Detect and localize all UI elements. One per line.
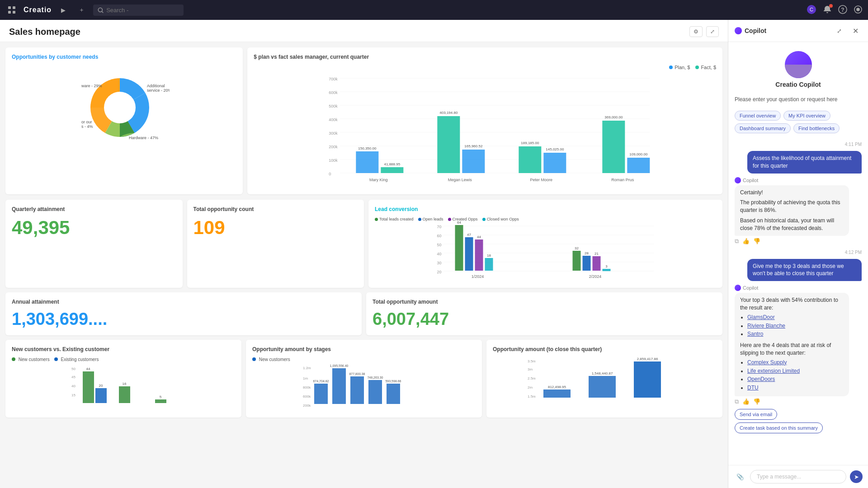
svg-text:700k: 700k xyxy=(329,77,338,81)
user-msg-1-time: 4:11 PM xyxy=(735,141,862,147)
deal-complex-supply[interactable]: Complex Supply xyxy=(747,359,787,366)
thumbs-down-btn-2[interactable]: 👎 xyxy=(753,398,760,405)
send-message-button[interactable]: ➤ xyxy=(850,470,863,483)
settings-ctrl-button[interactable]: ⚙ xyxy=(689,26,703,37)
copy-btn-1[interactable]: ⧉ xyxy=(735,238,739,245)
svg-text:Peter Moore: Peter Moore xyxy=(530,178,553,182)
bot-msg-1-body2: Based on historical data, your team will… xyxy=(740,217,844,232)
opps-by-needs-card: Opportunities by customer needs xyxy=(5,47,243,194)
svg-text:?: ? xyxy=(841,7,844,13)
svg-text:145,025.00: 145,025.00 xyxy=(546,147,565,151)
new-vs-existing-title: New customers vs. Existing customer xyxy=(12,346,235,352)
suggestion-chips: Funnel overview My KPI overview Dashboar… xyxy=(735,111,862,133)
add-button[interactable]: ＋ xyxy=(75,4,88,16)
opp-by-stages-card: Opportunity amount by stages New custome… xyxy=(246,340,482,418)
svg-text:1/2024: 1/2024 xyxy=(472,274,484,279)
deal-glamsdoor[interactable]: GlamsDoor xyxy=(747,314,775,320)
svg-text:45: 45 xyxy=(71,375,75,379)
svg-rect-51 xyxy=(627,158,650,173)
deal-riviere-blanche[interactable]: Riviere Blanche xyxy=(747,323,785,329)
svg-rect-66 xyxy=(455,225,463,271)
notification-dot xyxy=(829,4,833,8)
lead-conversion-legend: Total leads created Open leads Created O… xyxy=(375,217,716,221)
user-bubble-1: Assess the likelihood of quota attainmen… xyxy=(747,151,862,174)
svg-rect-75 xyxy=(573,251,581,271)
top-deals-list: GlamsDoor Riviere Blanche Santro xyxy=(740,314,844,338)
copilot-icon-sm-2 xyxy=(735,285,741,291)
svg-text:Hardware - 47%: Hardware - 47% xyxy=(129,136,158,140)
svg-text:1,095,556.40: 1,095,556.40 xyxy=(330,364,349,367)
svg-text:s - 4%: s - 4% xyxy=(81,124,93,129)
svg-text:2,859,417.86: 2,859,417.86 xyxy=(637,357,658,361)
notifications-icon[interactable] xyxy=(823,5,832,15)
copilot-close-button[interactable]: ✕ xyxy=(849,24,862,37)
total-opp-count-card: Total opportunity count 109 xyxy=(187,200,364,288)
annual-attainment-card: Annual attainment 1,303,699.... xyxy=(5,292,362,335)
dashboard-row4: New customers vs. Existing customer New … xyxy=(0,340,728,422)
svg-text:600k: 600k xyxy=(329,90,338,95)
app-logo: Creatio xyxy=(24,6,52,14)
svg-text:40: 40 xyxy=(437,252,442,256)
plan-vs-fact-chart: 700k 600k 500k 400k 300k 200k 100k 0 xyxy=(254,74,716,187)
lead-conversion-card: Lead conversion Total leads created Open… xyxy=(368,200,722,288)
create-task-button[interactable]: Create task based on this summary xyxy=(735,422,823,433)
svg-rect-44 xyxy=(519,146,542,173)
svg-text:Mary King: Mary King xyxy=(369,178,388,182)
plan-vs-fact-title: $ plan vs fact sales manager, current qu… xyxy=(254,54,716,60)
bot-sender-2: Copilot xyxy=(743,285,758,291)
copilot-nav-icon[interactable]: C xyxy=(807,5,816,16)
deal-dtu[interactable]: DTU xyxy=(747,385,759,391)
svg-text:18: 18 xyxy=(487,253,491,258)
thumbs-down-btn-1[interactable]: 👎 xyxy=(753,238,760,245)
risk-deals-list: Complex Supply Life extension Limited Op… xyxy=(740,359,844,392)
svg-point-4 xyxy=(98,8,102,12)
fullscreen-ctrl-button[interactable]: ⤢ xyxy=(706,26,719,37)
attachment-button[interactable]: 📎 xyxy=(734,470,746,483)
deal-life-extension[interactable]: Life extension Limited xyxy=(747,368,800,374)
chip-find-bottlenecks[interactable]: Find bottlenecks xyxy=(793,123,840,133)
svg-text:15: 15 xyxy=(71,393,75,397)
top-navigation: Creatio ▶ ＋ C ? xyxy=(0,0,868,20)
search-bar[interactable] xyxy=(93,5,184,16)
svg-text:5: 5 xyxy=(160,395,162,399)
total-opp-amount-value: 6,007,447 xyxy=(373,310,716,329)
thumbs-up-btn-1[interactable]: 👍 xyxy=(742,238,750,245)
copilot-icon-sm-1 xyxy=(735,177,741,183)
copilot-avatar xyxy=(785,51,812,78)
svg-text:369,000.00: 369,000.00 xyxy=(605,115,623,119)
thumbs-up-btn-2[interactable]: 👍 xyxy=(742,398,750,405)
settings-icon[interactable] xyxy=(854,5,863,15)
chip-funnel-overview[interactable]: Funnel overview xyxy=(735,111,781,121)
opp-by-stages-title: Opportunity amount by stages xyxy=(252,346,476,352)
svg-rect-107 xyxy=(368,380,382,404)
chip-dashboard-summary[interactable]: Dashboard summary xyxy=(735,123,791,133)
quarterly-attainment-card: Quarterly attainment 49,395 xyxy=(5,200,183,288)
opp-by-stages-chart: 1.2m 1m 800k 600k 200k 674,704.82 1,095,… xyxy=(252,364,476,409)
copilot-name: Creatio Copilot xyxy=(735,81,862,88)
user-msg-1: Assess the likelihood of quota attainmen… xyxy=(735,151,862,174)
svg-rect-68 xyxy=(465,237,473,271)
search-input[interactable] xyxy=(106,7,170,14)
copilot-detach-button[interactable]: ⤢ xyxy=(833,24,845,37)
play-button[interactable]: ▶ xyxy=(57,4,70,16)
svg-text:2.5m: 2.5m xyxy=(528,376,536,380)
svg-text:300k: 300k xyxy=(329,131,338,136)
send-via-email-button[interactable]: Send via email xyxy=(735,409,777,420)
deal-santro[interactable]: Santro xyxy=(747,331,763,337)
deal-opendoors[interactable]: OpenDoors xyxy=(747,376,775,382)
copilot-message-input[interactable] xyxy=(750,470,846,483)
svg-text:200k: 200k xyxy=(303,404,311,408)
svg-text:44: 44 xyxy=(86,367,90,371)
svg-rect-101 xyxy=(314,384,328,404)
svg-rect-0 xyxy=(8,6,11,9)
help-icon[interactable]: ? xyxy=(838,5,847,15)
apps-grid-button[interactable] xyxy=(5,4,18,16)
copilot-prompt-text: Please enter your question or request he… xyxy=(735,96,862,103)
svg-text:3.5m: 3.5m xyxy=(528,359,536,363)
copy-btn-2[interactable]: ⧉ xyxy=(735,398,739,405)
chip-kpi-overview[interactable]: My KPI overview xyxy=(783,111,830,121)
opp-to-close-title: Opportunity amount (to close this quarte… xyxy=(493,346,716,352)
svg-rect-39 xyxy=(438,116,460,173)
svg-text:C: C xyxy=(810,7,813,12)
svg-text:20: 20 xyxy=(99,384,103,388)
